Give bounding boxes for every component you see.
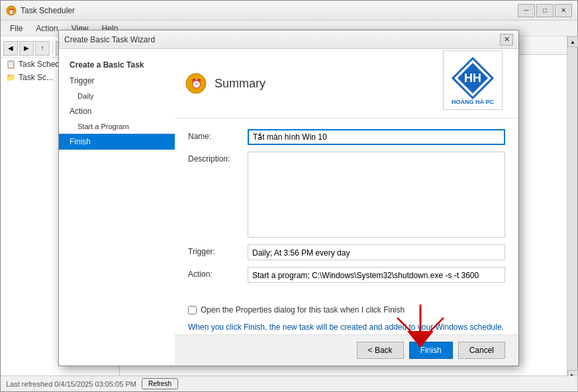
wizard-titlebar: Create Basic Task Wizard ✕ (59, 30, 518, 49)
name-input[interactable] (248, 129, 505, 145)
sidebar-action[interactable]: Action (59, 103, 175, 119)
wizard-title: Create Basic Task Wizard (64, 35, 500, 44)
modal-overlay: Create Basic Task Wizard ✕ Create a Basi… (0, 0, 578, 392)
sidebar-trigger[interactable]: Trigger (59, 73, 175, 89)
sidebar-daily[interactable]: Daily (59, 89, 175, 103)
checkbox-row: Open the Properties dialog for this task… (175, 300, 518, 320)
wizard-header: ⏰ Summary HH (175, 49, 518, 119)
properties-checkbox[interactable] (188, 306, 197, 315)
wizard-header-title: Summary (215, 77, 265, 91)
logo-text: HOÀNG HÀ PC (452, 99, 494, 105)
sidebar-finish[interactable]: Finish (59, 134, 175, 150)
action-label: Action: (188, 267, 248, 279)
trigger-label: Trigger: (188, 244, 248, 256)
checkbox-label: Open the Properties dialog for this task… (201, 305, 405, 315)
trigger-value: Daily; At 3:56 PM every day (248, 244, 505, 260)
cancel-button[interactable]: Cancel (458, 342, 505, 359)
description-row: Description: (188, 152, 505, 238)
sidebar-create-task[interactable]: Create a Basic Task (59, 57, 175, 73)
back-button[interactable]: < Back (357, 342, 404, 359)
wizard-footer: < Back Finish Cancel (175, 334, 518, 366)
action-value: Start a program; C:\Windows\System32\shu… (248, 267, 505, 283)
action-row: Action: Start a program; C:\Windows\Syst… (188, 267, 505, 283)
svg-text:HH: HH (464, 72, 481, 85)
wizard-close-button[interactable]: ✕ (500, 34, 513, 46)
wizard-dialog: Create Basic Task Wizard ✕ Create a Basi… (58, 30, 519, 366)
info-text: When you click Finish, the new task will… (175, 320, 518, 334)
trigger-row: Trigger: Daily; At 3:56 PM every day (188, 244, 505, 260)
name-row: Name: (188, 129, 505, 145)
svg-text:⏰: ⏰ (191, 78, 203, 89)
description-label: Description: (188, 152, 248, 164)
wizard-form: Name: Description: Trigger: Daily; At 3:… (175, 119, 518, 300)
wizard-body: Create a Basic Task Trigger Daily Action… (59, 49, 518, 366)
hh-logo-svg: HH (450, 55, 496, 101)
wizard-content: ⏰ Summary HH (175, 49, 518, 366)
wizard-sidebar: Create a Basic Task Trigger Daily Action… (59, 49, 175, 366)
logo-container: HH HOÀNG HÀ PC (443, 50, 503, 110)
sidebar-start-program[interactable]: Start a Program (59, 119, 175, 134)
name-label: Name: (188, 129, 248, 141)
description-input[interactable] (248, 152, 505, 238)
finish-button[interactable]: Finish (409, 342, 453, 359)
wizard-header-icon: ⏰ (185, 73, 207, 94)
